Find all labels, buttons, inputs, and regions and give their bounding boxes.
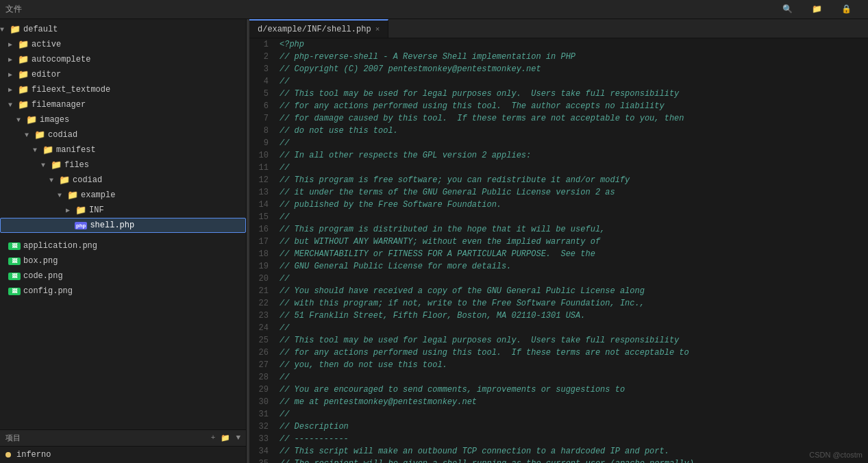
folder-icon-active: 📁 xyxy=(18,39,29,50)
tree-item-codePng[interactable]: 🖼 code.png xyxy=(0,268,246,284)
tree-item-images[interactable]: ▼ 📁 images xyxy=(0,112,246,127)
png-icon-code: 🖼 xyxy=(8,273,21,280)
project-inferno-label: inferno xyxy=(16,450,51,460)
label-code-png: code.png xyxy=(23,271,63,281)
tab-label: d/example/INF/shell.php xyxy=(258,25,371,34)
folder-icon-inf: 📁 xyxy=(75,205,86,216)
tree-item-inf[interactable]: ▶ 📁 INF xyxy=(0,203,246,218)
label-shellphp: shell.php xyxy=(90,221,134,230)
search-icon[interactable]: 🔍 xyxy=(782,4,793,14)
project-dropdown-icon[interactable]: ▼ xyxy=(236,434,240,442)
label-fileext: fileext_textmode xyxy=(32,85,110,95)
tree-item-files[interactable]: ▼ 📁 files xyxy=(0,158,246,173)
label-app-png: application.png xyxy=(23,241,97,251)
tree-item-codiad2[interactable]: ▼ 📁 codiad xyxy=(0,173,246,188)
png-icon-app: 🖼 xyxy=(8,242,21,250)
folder-icon-manifest: 📁 xyxy=(42,145,53,155)
lock-icon[interactable]: 🔒 xyxy=(841,4,852,14)
tree-item-autocomplete[interactable]: ▶ 📁 autocomplete xyxy=(0,52,246,67)
watermark: CSDN @ctostm xyxy=(809,451,863,459)
tree-item-fileext[interactable]: ▶ 📁 fileext_textmode xyxy=(0,82,246,97)
label-config-png: config.png xyxy=(23,286,73,296)
editor-area: d/example/INF/shell.php × 12345678910111… xyxy=(249,19,868,463)
folder-icon-autocomplete: 📁 xyxy=(18,54,29,65)
tree-item-codiad-img[interactable]: ▼ 📁 codiad xyxy=(0,127,246,142)
label-default: default xyxy=(23,25,58,34)
top-bar: 文件 🔍 📁 🔒 xyxy=(0,0,868,19)
tree-item-active[interactable]: ▶ 📁 active xyxy=(0,37,246,52)
tree-item-appPng[interactable]: 🖼 application.png xyxy=(0,238,246,253)
folder-icon-codiad-img: 📁 xyxy=(34,129,45,140)
project-header: 项目 + 📁 ▼ xyxy=(0,430,246,447)
label-active: active xyxy=(32,40,61,49)
label-files: files xyxy=(64,160,89,170)
tab-bar: d/example/INF/shell.php × xyxy=(249,19,868,38)
tree-item-example[interactable]: ▼ 📁 example xyxy=(0,188,246,203)
arrow-files: ▼ xyxy=(41,162,51,169)
arrow-default: ▼ xyxy=(0,26,10,34)
tree-item-manifest[interactable]: ▼ 📁 manifest xyxy=(0,142,246,158)
label-manifest: manifest xyxy=(56,145,96,155)
folder-icon-files: 📁 xyxy=(51,160,62,171)
folder-icon-default: 📁 xyxy=(10,24,21,35)
arrow-inf: ▶ xyxy=(66,206,75,214)
label-filemanager: filemanager xyxy=(32,100,86,110)
label-inf: INF xyxy=(89,205,104,215)
project-label: 项目 xyxy=(5,433,211,443)
label-codiad2: codiad xyxy=(73,175,102,185)
tab-close-button[interactable]: × xyxy=(375,25,380,34)
png-icon-box: 🖼 xyxy=(8,258,21,265)
project-add-icon[interactable]: + xyxy=(211,434,216,442)
line-numbers: 1234567891011121314151617181920212223242… xyxy=(249,38,274,463)
arrow-active: ▶ xyxy=(8,40,18,49)
project-panel: 项目 + 📁 ▼ inferno xyxy=(0,429,246,463)
label-example: example xyxy=(81,190,115,200)
project-item-inferno[interactable]: inferno xyxy=(0,447,246,463)
file-tree: ▼ 📁 default ▶ 📁 active ▶ 📁 autocomplete xyxy=(0,19,246,429)
arrow-filemanager: ▼ xyxy=(8,101,18,109)
sidebar: ▼ 📁 default ▶ 📁 active ▶ 📁 autocomplete xyxy=(0,19,247,463)
folder-icon-example: 📁 xyxy=(67,190,78,201)
label-images: images xyxy=(40,115,69,125)
folder-icon-images: 📁 xyxy=(26,114,37,125)
tree-item-default[interactable]: ▼ 📁 default xyxy=(0,22,246,37)
label-box-png: box.png xyxy=(23,256,58,266)
folder-icon-fileext: 📁 xyxy=(18,84,29,95)
label-codiad-img: codiad xyxy=(48,130,77,140)
label-autocomplete: autocomplete xyxy=(32,55,90,64)
code-container[interactable]: 1234567891011121314151617181920212223242… xyxy=(249,38,868,463)
code-content: <?php// php-reverse-shell - A Reverse Sh… xyxy=(274,38,868,463)
folder-icon-codiad2: 📁 xyxy=(59,175,70,186)
tab-shellphp[interactable]: d/example/INF/shell.php × xyxy=(249,19,388,38)
arrow-images: ▼ xyxy=(16,116,26,124)
php-file-icon: php xyxy=(75,222,87,229)
file-menu-label[interactable]: 文件 xyxy=(5,3,22,15)
folder-icon[interactable]: 📁 xyxy=(812,4,822,14)
tree-item-editor[interactable]: ▶ 📁 editor xyxy=(0,67,246,82)
arrow-editor: ▶ xyxy=(8,71,18,79)
tree-item-boxPng[interactable]: 🖼 box.png xyxy=(0,253,246,268)
arrow-fileext: ▶ xyxy=(8,86,18,94)
main-layout: ▼ 📁 default ▶ 📁 active ▶ 📁 autocomplete xyxy=(0,19,868,463)
arrow-autocomplete: ▶ xyxy=(8,55,18,64)
tree-item-filemanager[interactable]: ▼ 📁 filemanager xyxy=(0,97,246,112)
tree-item-configPng[interactable]: 🖼 config.png xyxy=(0,284,246,299)
project-folder-icon[interactable]: 📁 xyxy=(221,434,230,442)
folder-icon-editor: 📁 xyxy=(18,69,29,80)
project-dot xyxy=(5,452,11,458)
arrow-example: ▼ xyxy=(58,192,67,199)
arrow-codiad-img: ▼ xyxy=(25,132,34,139)
png-icon-config: 🖼 xyxy=(8,288,21,295)
tree-item-shellphp[interactable]: php shell.php xyxy=(0,218,246,233)
arrow-codiad2: ▼ xyxy=(49,177,59,184)
folder-icon-filemanager: 📁 xyxy=(18,99,29,110)
arrow-manifest: ▼ xyxy=(33,147,42,154)
label-editor: editor xyxy=(32,70,61,79)
